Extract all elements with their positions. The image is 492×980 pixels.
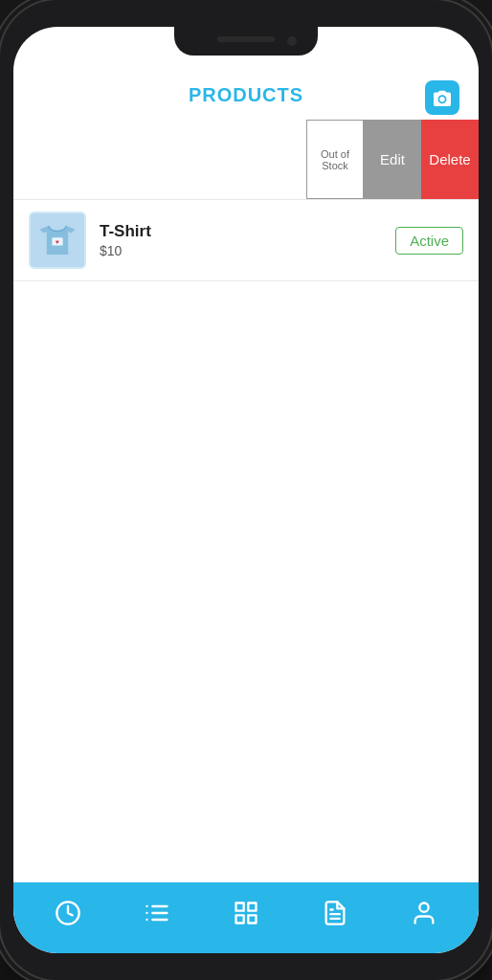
phone-screen: PRODUCTS Out of Stock bbox=[13, 27, 479, 953]
product-row[interactable]: ♥ T-Shirt $10 Active bbox=[13, 200, 479, 281]
status-badge[interactable]: Active bbox=[395, 227, 463, 255]
notch-speaker bbox=[217, 36, 275, 42]
person-icon bbox=[411, 900, 437, 926]
svg-text:♥: ♥ bbox=[56, 238, 59, 245]
grid-icon bbox=[233, 900, 259, 926]
product-name: T-Shirt bbox=[100, 222, 395, 241]
list-icon bbox=[144, 900, 170, 926]
svg-point-17 bbox=[420, 903, 429, 912]
nav-item-reports[interactable] bbox=[310, 894, 360, 932]
swipe-actions: Out of Stock Edit Delete bbox=[306, 120, 479, 199]
product-price: $10 bbox=[100, 243, 395, 258]
nav-item-products[interactable] bbox=[132, 894, 182, 932]
swipe-row-1[interactable]: Out of Stock Edit Delete y blue tshirt bbox=[13, 120, 479, 200]
product-info: T-Shirt $10 bbox=[100, 222, 395, 258]
svg-rect-13 bbox=[235, 915, 243, 923]
out-of-stock-button[interactable]: Out of Stock bbox=[306, 120, 364, 199]
delete-button[interactable]: Delete bbox=[421, 120, 479, 199]
nav-item-catalog[interactable] bbox=[221, 894, 271, 932]
product-thumbnail: ♥ bbox=[29, 212, 86, 269]
report-icon bbox=[322, 900, 348, 926]
svg-point-0 bbox=[439, 97, 444, 101]
product-image: ♥ bbox=[31, 213, 84, 267]
product-list: Out of Stock Edit Delete y blue tshirt bbox=[13, 120, 479, 882]
svg-rect-11 bbox=[235, 903, 243, 911]
screen-content: PRODUCTS Out of Stock bbox=[13, 27, 479, 953]
nav-item-account[interactable] bbox=[399, 894, 449, 932]
notch bbox=[174, 27, 318, 56]
nav-item-orders[interactable] bbox=[43, 894, 93, 932]
clock-icon bbox=[55, 900, 81, 926]
camera-icon bbox=[432, 89, 453, 106]
svg-rect-12 bbox=[248, 903, 256, 911]
edit-button[interactable]: Edit bbox=[364, 120, 421, 199]
bottom-nav bbox=[13, 882, 479, 953]
phone-frame: PRODUCTS Out of Stock bbox=[0, 0, 492, 980]
camera-button[interactable] bbox=[425, 80, 459, 115]
page-title: PRODUCTS bbox=[189, 84, 303, 106]
swiped-row-content: y blue tshirt bbox=[13, 120, 306, 199]
svg-rect-14 bbox=[248, 915, 256, 923]
notch-camera bbox=[287, 36, 297, 46]
header: PRODUCTS bbox=[13, 75, 479, 120]
